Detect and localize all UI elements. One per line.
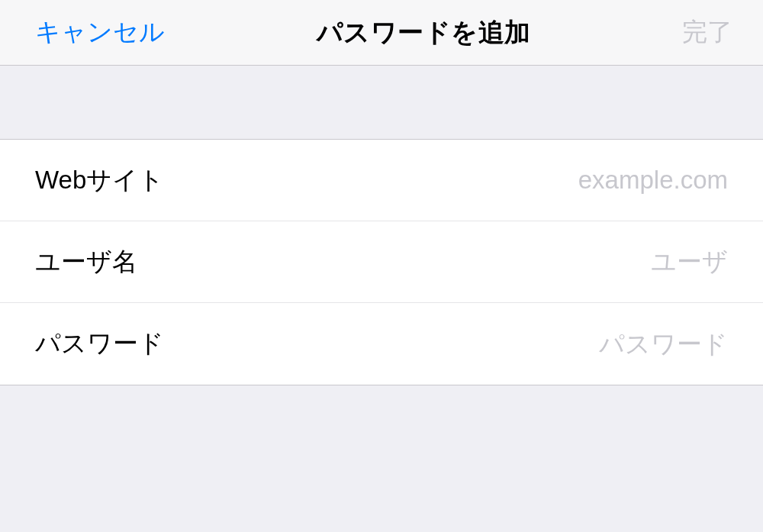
website-input[interactable] xyxy=(179,166,728,195)
section-spacer xyxy=(0,66,763,139)
cancel-button[interactable]: キャンセル xyxy=(35,15,165,50)
password-label: パスワード xyxy=(35,327,164,361)
navigation-bar: キャンセル パスワードを追加 完了 xyxy=(0,0,763,66)
website-row: Webサイト xyxy=(0,140,763,221)
password-row: パスワード xyxy=(0,303,763,385)
username-input[interactable] xyxy=(153,247,728,276)
done-button[interactable]: 完了 xyxy=(682,15,732,50)
form-section: Webサイト ユーザ名 パスワード xyxy=(0,139,763,385)
website-label: Webサイト xyxy=(35,163,164,198)
page-title: パスワードを追加 xyxy=(317,15,531,50)
username-row: ユーザ名 xyxy=(0,221,763,303)
username-label: ユーザ名 xyxy=(35,245,137,279)
password-input[interactable] xyxy=(179,330,728,359)
